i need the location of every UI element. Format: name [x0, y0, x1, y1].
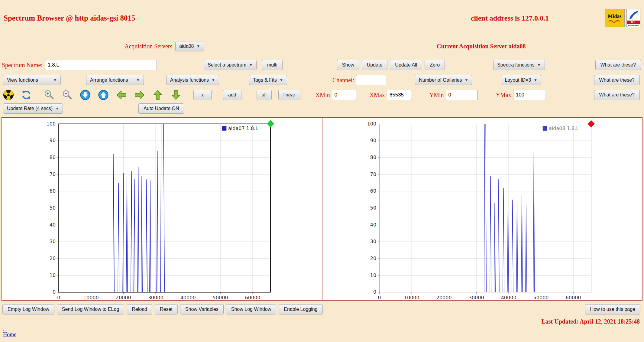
- dot-text: .: [3, 327, 641, 331]
- number-of-galleries-select[interactable]: Number of Galleries ▼: [415, 75, 472, 85]
- chevron-down-icon: ▼: [280, 78, 283, 82]
- arrow-left-icon[interactable]: [116, 90, 127, 100]
- svg-text:aida07 1.8.L: aida07 1.8.L: [228, 125, 258, 131]
- spectrum-chart: 0100002000030000400005000060000010203040…: [322, 118, 642, 300]
- svg-text:80: 80: [370, 155, 376, 160]
- what-are-these-button-1[interactable]: What are these?: [595, 60, 641, 70]
- chart-panel-left[interactable]: 0100002000030000400005000060000010203040…: [2, 117, 322, 301]
- layout-id-select[interactable]: Layout ID=3 ▼: [501, 75, 541, 85]
- tags-fits-select[interactable]: Tags & Fits ▼: [249, 75, 287, 85]
- midas-logo: Midas: [605, 9, 625, 27]
- select-spectrum-dropdown[interactable]: Select a spectrum ▼: [204, 60, 257, 70]
- linear-button[interactable]: linear: [278, 90, 300, 100]
- chevron-down-icon: ▼: [212, 78, 215, 82]
- arrow-down-icon[interactable]: [170, 90, 181, 100]
- acquisition-servers-label: Acquisition Servers: [125, 43, 172, 50]
- svg-text:100: 100: [367, 121, 376, 127]
- svg-text:10: 10: [370, 272, 376, 278]
- ymax-input[interactable]: [513, 90, 545, 100]
- acquisition-server-select[interactable]: aida08 ▼: [175, 41, 204, 51]
- svg-text:40000: 40000: [180, 295, 196, 300]
- ymin-label: YMin: [429, 92, 444, 99]
- svg-text:50000: 50000: [213, 295, 228, 300]
- chevron-down-icon: ▼: [196, 44, 200, 48]
- view-functions-select[interactable]: View functions ▼: [3, 75, 61, 85]
- svg-text:20000: 20000: [116, 295, 131, 300]
- update-rate-value: Update Rate (4 secs): [7, 106, 53, 111]
- svg-text:50: 50: [370, 205, 376, 211]
- show-button[interactable]: Show: [337, 60, 359, 70]
- xmin-input[interactable]: [332, 90, 357, 100]
- svg-text:aida08 1.8.L: aida08 1.8.L: [549, 125, 579, 131]
- home-link[interactable]: Home: [3, 331, 16, 337]
- svg-text:10000: 10000: [404, 295, 419, 300]
- tcl-logo-text2: POWERED: [627, 24, 640, 27]
- acquisition-server-value: aida08: [179, 44, 194, 49]
- svg-text:80: 80: [50, 155, 56, 160]
- arrow-up-icon[interactable]: [152, 90, 163, 100]
- multi-button[interactable]: multi: [262, 60, 283, 70]
- x-button[interactable]: x: [193, 90, 212, 100]
- scroll-down-icon[interactable]: [80, 90, 91, 100]
- svg-text:90: 90: [50, 138, 56, 143]
- reload-button[interactable]: Reload: [127, 304, 152, 314]
- arrow-right-icon[interactable]: [134, 90, 145, 100]
- svg-text:70: 70: [50, 171, 56, 177]
- midas-logo-wave-icon: [608, 19, 621, 23]
- chevron-down-icon: ▼: [249, 63, 253, 67]
- zero-button[interactable]: Zero: [425, 60, 445, 70]
- what-are-these-button-2[interactable]: What are these?: [594, 75, 640, 85]
- ymin-input[interactable]: [446, 90, 478, 100]
- add-button[interactable]: add: [223, 90, 241, 100]
- show-log-window-button[interactable]: Show Log Window: [226, 304, 277, 314]
- how-to-use-button[interactable]: How to use this page: [585, 304, 640, 314]
- spectrum-name-label: Spectrum Name:: [2, 62, 43, 69]
- header: Spectrum Browser @ http aidas-gsi 8015 c…: [0, 0, 644, 27]
- update-button[interactable]: Update: [362, 60, 388, 70]
- all-button[interactable]: all: [257, 90, 272, 100]
- show-variables-button[interactable]: Show Variables: [180, 304, 224, 314]
- update-rate-select[interactable]: Update Rate (4 secs) ▼: [3, 103, 63, 114]
- charts-area: 0100002000030000400005000060000010203040…: [2, 117, 642, 301]
- what-are-these-button-3[interactable]: What are these?: [594, 90, 640, 100]
- svg-text:100: 100: [47, 121, 56, 127]
- scroll-up-icon[interactable]: [98, 90, 109, 100]
- tags-fits-value: Tags & Fits: [253, 77, 277, 83]
- zoom-out-icon[interactable]: [62, 90, 73, 100]
- svg-text:20000: 20000: [436, 295, 451, 300]
- chevron-down-icon: ▼: [534, 78, 537, 82]
- spectrum-chart: 0100002000030000400005000060000010203040…: [2, 118, 322, 300]
- xmax-input[interactable]: [387, 90, 412, 100]
- zoom-in-icon[interactable]: [44, 90, 54, 100]
- chart-panel-right[interactable]: 0100002000030000400005000060000010203040…: [322, 117, 643, 301]
- chevron-down-icon: ▼: [55, 107, 59, 110]
- channel-input[interactable]: [356, 75, 386, 85]
- number-of-galleries-value: Number of Galleries: [419, 77, 462, 83]
- page-title: Spectrum Browser @ http aidas-gsi 8015: [4, 14, 135, 22]
- refresh-icon[interactable]: [21, 90, 31, 100]
- ymax-label: YMax: [496, 92, 511, 99]
- svg-text:90: 90: [370, 138, 376, 143]
- auto-update-button[interactable]: Auto Update ON: [138, 103, 184, 114]
- current-acquisition-server: Current Acquisition Server aida08: [437, 43, 526, 50]
- arrange-functions-value: Arrange functions: [90, 77, 128, 83]
- reset-button[interactable]: Reset: [155, 304, 178, 314]
- radiation-icon[interactable]: [3, 90, 14, 100]
- arrange-functions-select[interactable]: Arrange functions ▼: [86, 75, 144, 85]
- update-all-button[interactable]: Update All: [390, 60, 422, 70]
- svg-text:40: 40: [370, 222, 376, 228]
- svg-text:0: 0: [373, 289, 376, 295]
- svg-text:60: 60: [370, 188, 376, 194]
- analysis-functions-select[interactable]: Analysis functions ▼: [166, 75, 219, 85]
- send-log-window-button[interactable]: Send Log Window to ELog: [57, 304, 124, 314]
- tcl-powered-logo: TCL POWERED: [626, 9, 640, 27]
- svg-text:50000: 50000: [533, 295, 549, 300]
- svg-text:0: 0: [378, 295, 381, 300]
- spectra-functions-select[interactable]: Spectra functions ▼: [493, 60, 545, 70]
- enable-logging-button[interactable]: Enable Logging: [279, 304, 322, 314]
- spectrum-name-input[interactable]: [45, 60, 157, 70]
- header-divider: [0, 36, 644, 36]
- spectra-functions-value: Spectra functions: [497, 62, 535, 68]
- client-address: client address is 127.0.0.1: [471, 14, 549, 22]
- empty-log-window-button[interactable]: Empty Log Window: [2, 304, 54, 314]
